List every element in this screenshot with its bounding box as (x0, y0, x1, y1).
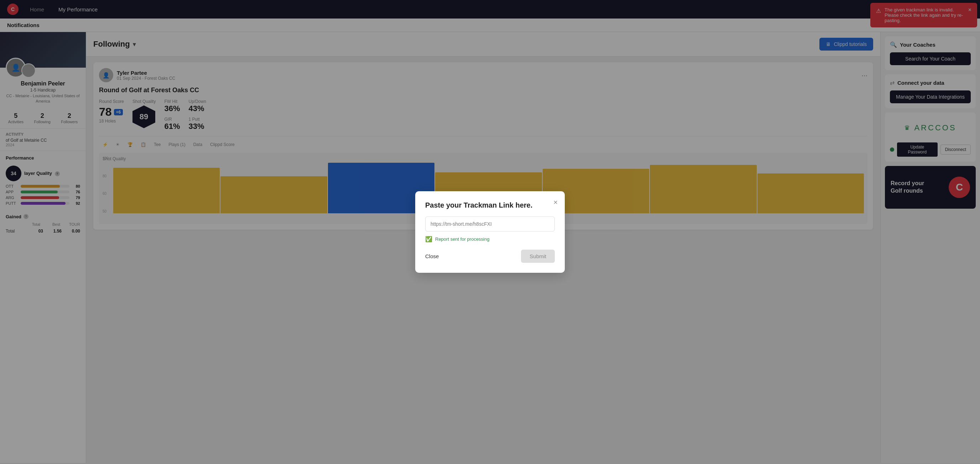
modal-actions: Close Submit (425, 249, 555, 263)
modal-submit-button[interactable]: Submit (521, 249, 555, 263)
modal-overlay[interactable]: Paste your Trackman Link here. × ✅ Repor… (0, 0, 980, 463)
trackman-link-input[interactable] (425, 216, 555, 232)
modal-title: Paste your Trackman Link here. (425, 201, 555, 210)
trackman-modal: Paste your Trackman Link here. × ✅ Repor… (415, 191, 565, 273)
modal-close-x-button[interactable]: × (554, 199, 558, 207)
modal-close-button[interactable]: Close (425, 253, 439, 259)
success-check-icon: ✅ (425, 236, 432, 243)
modal-success-message: ✅ Report sent for processing (425, 236, 555, 243)
